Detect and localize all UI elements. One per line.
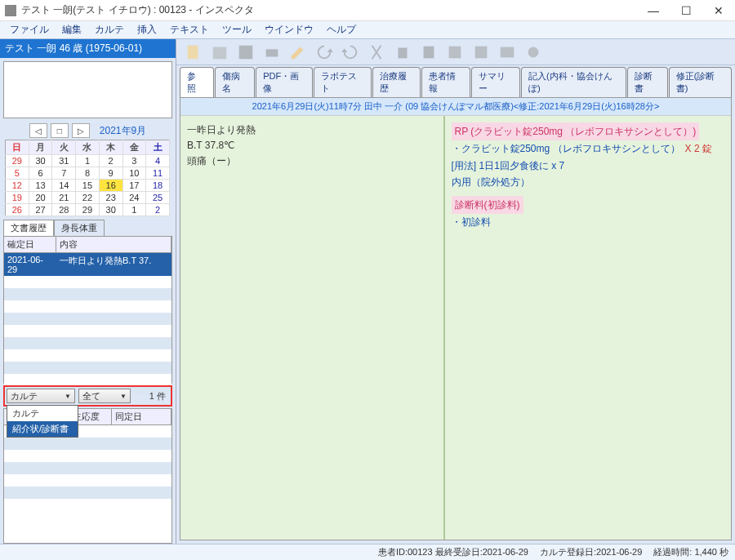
undo-icon[interactable] bbox=[315, 43, 333, 61]
cal-day[interactable]: 31 bbox=[52, 155, 76, 167]
cal-day[interactable]: 7 bbox=[52, 167, 76, 180]
record-header: 2021年6月29日(火)11時7分 田中 一介 (09 協会けんぽマル都医療)… bbox=[180, 98, 731, 116]
calendar[interactable]: 日月火水木金土 29303112345678910111213141516171… bbox=[5, 140, 170, 216]
tab-doc-history[interactable]: 文書履歴 bbox=[3, 220, 54, 236]
minimize-button[interactable]: — bbox=[637, 0, 670, 21]
menu-file[interactable]: ファイル bbox=[5, 21, 54, 38]
cal-day[interactable]: 12 bbox=[6, 180, 29, 192]
cal-today-button[interactable]: □ bbox=[51, 123, 69, 138]
tab-summary[interactable]: サマリー bbox=[471, 67, 520, 97]
cal-day[interactable]: 2 bbox=[99, 155, 122, 167]
cut-icon[interactable] bbox=[368, 43, 385, 61]
cal-day[interactable]: 28 bbox=[52, 204, 76, 216]
cal-day[interactable]: 25 bbox=[146, 192, 170, 204]
cal-dow: 土 bbox=[146, 140, 170, 155]
cal-day[interactable]: 17 bbox=[122, 180, 146, 192]
edit-icon[interactable] bbox=[289, 43, 307, 61]
soap-plan[interactable]: RP (クラビット錠250mg （レボフロキサシンとして）) ・クラビット錠25… bbox=[445, 116, 731, 540]
cal-day[interactable]: 29 bbox=[6, 155, 29, 167]
cal-next-button[interactable]: ▷ bbox=[72, 123, 90, 138]
tab-entry[interactable]: 記入(内科・協会けんぽ) bbox=[521, 67, 626, 97]
menu-window[interactable]: ウインドウ bbox=[260, 21, 318, 38]
tab-height-weight[interactable]: 身長体重 bbox=[54, 220, 105, 236]
titlebar: テスト 一朗(テスト イチロウ) : 00123 - インスペクタ — ☐ ✕ bbox=[0, 0, 735, 21]
tab-reference[interactable]: 参 照 bbox=[180, 67, 214, 97]
filter-select[interactable]: 全て ▼ bbox=[78, 389, 131, 403]
memo-box[interactable] bbox=[3, 61, 172, 118]
cal-day[interactable]: 2 bbox=[146, 204, 170, 216]
tab-cert[interactable]: 診断書 bbox=[627, 67, 667, 97]
cal-dow: 木 bbox=[99, 140, 122, 155]
tab-cert-edit[interactable]: 修正(診断書) bbox=[669, 67, 732, 97]
image-icon[interactable] bbox=[498, 43, 516, 61]
print-icon[interactable] bbox=[263, 43, 281, 61]
dx-header: 診断料(初診料) bbox=[452, 196, 523, 214]
cal-day[interactable]: 20 bbox=[29, 192, 52, 204]
dx-item: ・初診料 bbox=[452, 214, 724, 230]
cal-day[interactable]: 30 bbox=[99, 204, 122, 216]
status-elapsed: 経過時間: 1,440 秒 bbox=[653, 546, 728, 558]
menu-edit[interactable]: 編集 bbox=[57, 21, 87, 38]
cal-day[interactable]: 19 bbox=[6, 192, 29, 204]
cal-day[interactable]: 29 bbox=[76, 204, 100, 216]
cal-day[interactable]: 26 bbox=[6, 204, 29, 216]
attach-icon[interactable] bbox=[446, 43, 464, 61]
cal-day[interactable]: 14 bbox=[52, 180, 76, 192]
menu-text[interactable]: テキスト bbox=[165, 21, 214, 38]
cal-day[interactable]: 22 bbox=[76, 192, 100, 204]
cal-day[interactable]: 23 bbox=[99, 192, 122, 204]
gear-icon[interactable] bbox=[524, 43, 542, 61]
soap-line: B.T 37.8℃ bbox=[187, 138, 437, 153]
cal-day[interactable]: 1 bbox=[122, 204, 146, 216]
record-content: 2021年6月29日(火)11時7分 田中 一介 (09 協会けんぽマル都医療)… bbox=[180, 97, 732, 540]
tab-labtest[interactable]: ラボテスト bbox=[314, 67, 371, 97]
svg-rect-2 bbox=[239, 45, 253, 59]
cal-day[interactable]: 13 bbox=[29, 180, 52, 192]
cal-day[interactable]: 3 bbox=[122, 155, 146, 167]
soap-subjective[interactable]: 一昨日より発熱 B.T 37.8℃ 頭痛（ー） bbox=[180, 116, 445, 540]
type-select-dropdown[interactable]: カルテ 紹介状/診断書 bbox=[7, 405, 78, 438]
redo-icon[interactable] bbox=[341, 43, 359, 61]
cal-day[interactable]: 8 bbox=[76, 167, 100, 180]
close-button[interactable]: ✕ bbox=[702, 0, 735, 21]
cal-day[interactable]: 1 bbox=[76, 155, 100, 167]
cal-prev-button[interactable]: ◁ bbox=[29, 123, 47, 138]
cal-dow: 火 bbox=[52, 140, 76, 155]
cal-day[interactable]: 27 bbox=[29, 204, 52, 216]
copy-icon[interactable] bbox=[394, 43, 412, 61]
type-select[interactable]: カルテ ▼ bbox=[7, 389, 75, 403]
cal-day[interactable]: 4 bbox=[146, 155, 170, 167]
menu-tool[interactable]: ツール bbox=[217, 21, 256, 38]
stamp-icon[interactable] bbox=[472, 43, 490, 61]
save-icon[interactable] bbox=[237, 43, 255, 61]
col-content: 内容 bbox=[56, 237, 172, 252]
history-row-selected[interactable]: 2021-06-29 一昨日より発熱B.T 37. bbox=[4, 253, 172, 276]
maximize-button[interactable]: ☐ bbox=[670, 0, 702, 21]
new-icon[interactable] bbox=[185, 43, 203, 61]
menu-insert[interactable]: 挿入 bbox=[132, 21, 162, 38]
rp-header: RP (クラビット錠250mg （レボフロキサシンとして）) bbox=[452, 122, 700, 140]
paste-icon[interactable] bbox=[420, 43, 438, 61]
history-list[interactable]: 2021-06-29 一昨日より発熱B.T 37. bbox=[3, 253, 172, 384]
type-option-karte[interactable]: カルテ bbox=[7, 406, 78, 421]
cal-day[interactable]: 18 bbox=[146, 180, 170, 192]
cal-day[interactable]: 16 bbox=[99, 180, 122, 192]
cal-day[interactable]: 9 bbox=[99, 167, 122, 180]
schedule-icon[interactable] bbox=[211, 43, 229, 61]
cal-day[interactable]: 24 bbox=[122, 192, 146, 204]
tab-patient-info[interactable]: 患者情報 bbox=[421, 67, 470, 97]
cal-day[interactable]: 10 bbox=[122, 167, 146, 180]
menu-karte[interactable]: カルテ bbox=[90, 21, 129, 38]
cal-day[interactable]: 30 bbox=[29, 155, 52, 167]
type-option-referral[interactable]: 紹介状/診断書 bbox=[7, 421, 78, 437]
tab-disease[interactable]: 傷病名 bbox=[215, 67, 255, 97]
menu-help[interactable]: ヘルプ bbox=[322, 21, 361, 38]
cal-day[interactable]: 6 bbox=[29, 167, 52, 180]
cal-day[interactable]: 11 bbox=[146, 167, 170, 180]
tab-treatment[interactable]: 治療履歴 bbox=[372, 67, 421, 97]
tab-pdf-image[interactable]: PDF・画像 bbox=[256, 67, 313, 97]
cal-day[interactable]: 21 bbox=[52, 192, 76, 204]
svg-rect-5 bbox=[424, 46, 434, 58]
cal-day[interactable]: 15 bbox=[76, 180, 100, 192]
cal-day[interactable]: 5 bbox=[6, 167, 29, 180]
